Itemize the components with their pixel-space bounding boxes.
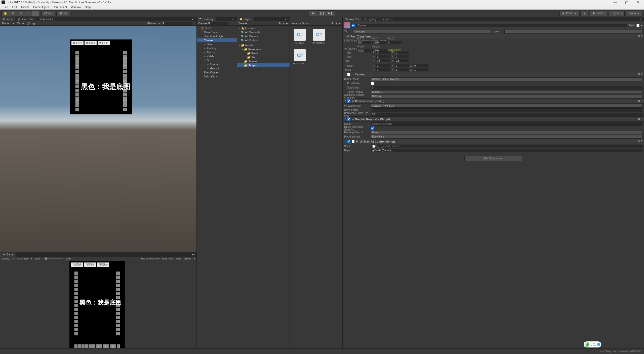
- layout-dropdown[interactable]: Layout ▾: [626, 11, 642, 16]
- shaded-dropdown[interactable]: Shaded: [2, 22, 10, 25]
- breadcrumb-scripts[interactable]: Scripts: [302, 22, 310, 25]
- tab-asset-store[interactable]: 🛒 Asset Store: [15, 17, 38, 21]
- canvas-scaler-header[interactable]: ▼ ▭ Canvas Scaler (Script)⚙ ?: [343, 98, 644, 104]
- mute-toggle[interactable]: Mute Audio: [162, 257, 173, 260]
- resolution-dropdown[interactable]: 1600×2560: [17, 257, 28, 260]
- pos-x[interactable]: 800: [357, 41, 371, 44]
- scale-x[interactable]: 1: [376, 68, 390, 71]
- anchor-max-x[interactable]: 0: [376, 55, 390, 58]
- add-component-button[interactable]: Add Component: [464, 156, 522, 161]
- favorites-root[interactable]: ▼⭐ Favorites: [237, 26, 290, 30]
- hierarchy-item-main camera[interactable]: Main Camera: [197, 30, 237, 34]
- fav-models[interactable]: 🔍 All Models: [237, 34, 290, 38]
- menu-window[interactable]: Window: [69, 6, 83, 9]
- ignore-reversed[interactable]: [371, 126, 374, 130]
- gameobject-name[interactable]: Canvas: [356, 24, 627, 27]
- scale-factor[interactable]: 1: [371, 108, 642, 112]
- muc-begin[interactable]: ◉ Kaishi (Button): [371, 149, 642, 152]
- step-button[interactable]: ▶❚: [326, 11, 335, 16]
- game-tab-menu[interactable]: ▾≡: [190, 252, 196, 257]
- asset-m_creative[interactable]: C#M_Creative: [312, 29, 326, 44]
- hierarchy-item-di[interactable]: ▼Di: [197, 58, 237, 62]
- blocking-mask[interactable]: Everything: [371, 135, 642, 139]
- maximize-toggle[interactable]: Maximize On Play: [141, 257, 159, 260]
- ui-scale-mode[interactable]: Constant Pixel Size: [371, 104, 642, 108]
- active-checkbox[interactable]: [352, 24, 355, 27]
- project-filter-icon[interactable]: ⚙: [283, 22, 285, 25]
- tag-dropdown[interactable]: Untagged: [353, 30, 491, 33]
- scene-tab-menu[interactable]: ▾≡: [190, 17, 196, 21]
- breadcrumb-assets[interactable]: Assets: [291, 22, 299, 25]
- hierarchy-item-tuichu[interactable]: ▸Tuichu: [197, 50, 237, 54]
- assets-root[interactable]: ▼📁 Assets: [237, 43, 290, 47]
- main-ui-control-header[interactable]: ▼ 📄 M_UI_Main UI Control (Script)⚙ ?: [343, 139, 644, 144]
- menu-assets[interactable]: Assets: [19, 6, 31, 9]
- tab-animator[interactable]: ⧉ Animator: [38, 17, 56, 21]
- pos-y[interactable]: 1280: [372, 41, 386, 44]
- scale-z[interactable]: 1: [414, 68, 428, 71]
- target-display[interactable]: Display 1: [371, 90, 642, 94]
- tab-services[interactable]: Services: [379, 17, 394, 21]
- display-dropdown[interactable]: Display 1: [2, 257, 11, 260]
- play-button[interactable]: ▶: [309, 11, 318, 16]
- maximize-button[interactable]: ▢: [621, 0, 632, 5]
- project-search-icon[interactable]: 🔍: [278, 22, 281, 25]
- asset-filter-icon[interactable]: ⚙: [335, 22, 338, 25]
- scale-tool[interactable]: ⤢: [24, 11, 32, 16]
- ref-pixels[interactable]: 100: [371, 113, 642, 116]
- asset-search-icon[interactable]: 🔍: [331, 22, 334, 25]
- gizmos-dropdown[interactable]: Gizmos: [147, 22, 156, 25]
- pivot-y[interactable]: 0.5: [395, 59, 409, 62]
- hand-tool[interactable]: ✋: [2, 11, 9, 16]
- folder-scripts[interactable]: 📁 Scripts: [237, 63, 290, 67]
- game-view[interactable]: 我是暂停 我是退出 我是开始 黑色：我是底图: [0, 261, 196, 348]
- anchor-max-y[interactable]: 0: [395, 55, 409, 58]
- scene-view[interactable]: 我是暂停 我是退出 我是开始 黑色：我是底图: [0, 26, 196, 252]
- rect-tool[interactable]: ▭: [32, 11, 39, 16]
- rotate-tool[interactable]: ↻: [17, 11, 24, 16]
- project-star-icon[interactable]: ★: [286, 22, 288, 25]
- audio-toggle[interactable]: 🔊: [27, 22, 30, 25]
- hierarchy-item-canvas[interactable]: ▼Canvas: [197, 38, 237, 42]
- tab-project[interactable]: 📁 Project: [237, 17, 254, 21]
- tab-scene[interactable]: ⊞ Scene: [0, 17, 15, 21]
- move-tool[interactable]: ✥: [9, 11, 17, 16]
- pivot-local[interactable]: ◉ Local: [56, 11, 70, 16]
- hierarchy-item-daimagua[interactable]: DaimaGua: [197, 74, 237, 78]
- folder-scenes[interactable]: 📁 Scenes: [237, 59, 290, 63]
- hierarchy-item-kaishi[interactable]: ▸Kaishi: [197, 54, 237, 58]
- asset-star-icon[interactable]: ★: [339, 22, 341, 25]
- hierarchy-tab-menu[interactable]: ▾≡: [231, 17, 237, 21]
- scale-y[interactable]: 1: [395, 68, 409, 71]
- fav-materials[interactable]: 🔍 All Materials: [237, 30, 290, 34]
- menu-edit[interactable]: Edit: [10, 6, 19, 9]
- transform-gizmo[interactable]: [100, 77, 108, 84]
- hierarchy-search[interactable]: 🔍: [208, 22, 228, 25]
- pivot-x[interactable]: 0.5: [376, 59, 390, 62]
- performance-badge[interactable]: 64% 0.26%32.94%: [584, 341, 601, 347]
- layer-dropdown[interactable]: UI: [504, 30, 642, 33]
- hierarchy-item-directional light[interactable]: Directional Light: [197, 34, 237, 38]
- tab-lighting[interactable]: ☀ Lighting: [362, 17, 379, 21]
- scene-root[interactable]: ▼🔆 Sce*: [197, 26, 237, 30]
- scale-slider[interactable]: [43, 258, 63, 259]
- tab-game[interactable]: 🎮 Game: [0, 252, 16, 257]
- pixel-perfect[interactable]: [371, 82, 374, 85]
- pos-z[interactable]: 0: [387, 41, 401, 44]
- project-tab-menu[interactable]: ▾≡: [284, 17, 290, 21]
- pivot-center[interactable]: ▪ Center: [41, 11, 55, 16]
- sort-order[interactable]: 0: [371, 86, 642, 90]
- anchor-min-x[interactable]: 0: [376, 51, 390, 54]
- fav-prefabs[interactable]: 🔍 All Prefabs: [237, 38, 290, 42]
- menu-file[interactable]: File: [2, 6, 10, 9]
- gizmos-toggle[interactable]: Gizmos: [183, 257, 191, 260]
- hierarchy-item-ditu[interactable]: ▸Ditu: [197, 42, 237, 46]
- menu-gameobject[interactable]: GameObject: [31, 6, 51, 9]
- scene-search[interactable]: 🔍: [162, 22, 192, 25]
- tab-inspector[interactable]: ⓘ Inspector: [343, 17, 362, 21]
- collab-dropdown[interactable]: ◉ Collab ▾: [559, 11, 579, 16]
- folder-resources[interactable]: ▼📁 Resources: [237, 47, 290, 51]
- cloud-button[interactable]: ☁: [580, 11, 588, 16]
- folder-su[interactable]: 📁 Su: [237, 55, 290, 59]
- anchor-min-y[interactable]: 0: [395, 51, 409, 54]
